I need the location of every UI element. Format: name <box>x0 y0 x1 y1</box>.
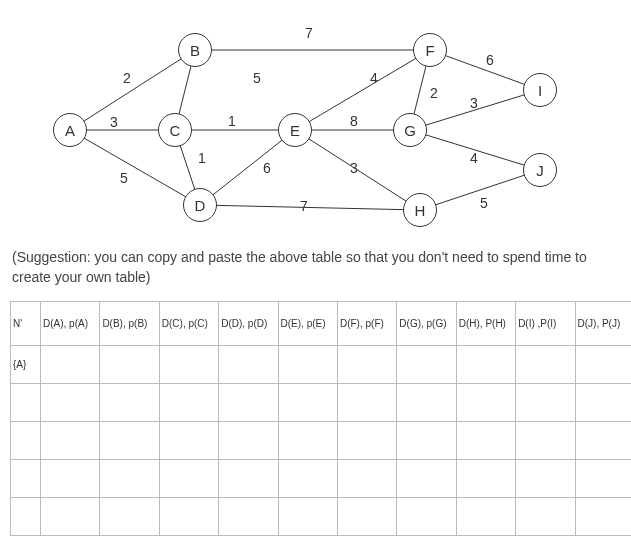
graph-diagram: A B C D E F G H I J 2 3 5 5 7 1 1 6 7 4 … <box>10 10 620 240</box>
node-j: J <box>523 153 557 187</box>
col-d: D(D), p(D) <box>219 302 278 346</box>
weight-ad: 5 <box>120 170 128 186</box>
weight-gj: 4 <box>470 150 478 166</box>
weight-dh: 7 <box>300 198 308 214</box>
weight-hj: 5 <box>480 195 488 211</box>
cell-nprime <box>11 422 41 460</box>
weight-fi: 6 <box>486 52 494 68</box>
node-d: D <box>183 188 217 222</box>
node-f: F <box>413 33 447 67</box>
col-c: D(C), p(C) <box>159 302 218 346</box>
cell-nprime <box>11 384 41 422</box>
weight-ef: 4 <box>370 70 378 86</box>
dijkstra-table: N' D(A), p(A) D(B), p(B) D(C), p(C) D(D)… <box>10 301 631 536</box>
suggestion-text: (Suggestion: you can copy and paste the … <box>12 248 619 287</box>
cell-nprime <box>11 460 41 498</box>
node-label: J <box>536 162 544 179</box>
node-label: B <box>190 42 200 59</box>
table-row <box>11 460 632 498</box>
node-c: C <box>158 113 192 147</box>
weight-eg: 8 <box>350 113 358 129</box>
weight-de: 6 <box>263 160 271 176</box>
col-f: D(F), p(F) <box>337 302 396 346</box>
weight-ac: 3 <box>110 114 118 130</box>
node-g: G <box>393 113 427 147</box>
weight-eh: 3 <box>350 160 358 176</box>
weight-bc: 5 <box>253 70 261 86</box>
weight-gi: 3 <box>470 95 478 111</box>
table-header-row: N' D(A), p(A) D(B), p(B) D(C), p(C) D(D)… <box>11 302 632 346</box>
col-h: D(H), P(H) <box>456 302 515 346</box>
node-label: C <box>170 122 181 139</box>
weight-bf: 7 <box>305 25 313 41</box>
node-label: E <box>290 122 300 139</box>
svg-line-8 <box>200 205 420 210</box>
svg-line-7 <box>200 130 295 205</box>
node-a: A <box>53 113 87 147</box>
weight-ce: 1 <box>228 113 236 129</box>
graph-edges <box>10 10 620 240</box>
col-i: D(I) ,P(I) <box>516 302 575 346</box>
weight-cd: 1 <box>198 150 206 166</box>
node-label: I <box>538 82 542 99</box>
col-a: D(A), p(A) <box>41 302 100 346</box>
col-e: D(E), p(E) <box>278 302 337 346</box>
weight-ab: 2 <box>123 70 131 86</box>
col-g: D(G), p(G) <box>397 302 456 346</box>
table-row <box>11 422 632 460</box>
node-e: E <box>278 113 312 147</box>
table-row: {A} <box>11 346 632 384</box>
cell-nprime: {A} <box>11 346 41 384</box>
node-i: I <box>523 73 557 107</box>
weight-fg: 2 <box>430 85 438 101</box>
col-b: D(B), p(B) <box>100 302 159 346</box>
node-label: H <box>415 202 426 219</box>
node-label: F <box>425 42 434 59</box>
table-row <box>11 498 632 536</box>
node-label: A <box>65 122 75 139</box>
node-b: B <box>178 33 212 67</box>
table-row <box>11 384 632 422</box>
col-j: D(J), P(J) <box>575 302 631 346</box>
col-nprime: N' <box>11 302 41 346</box>
node-h: H <box>403 193 437 227</box>
cell-nprime <box>11 498 41 536</box>
node-label: D <box>195 197 206 214</box>
node-label: G <box>404 122 416 139</box>
